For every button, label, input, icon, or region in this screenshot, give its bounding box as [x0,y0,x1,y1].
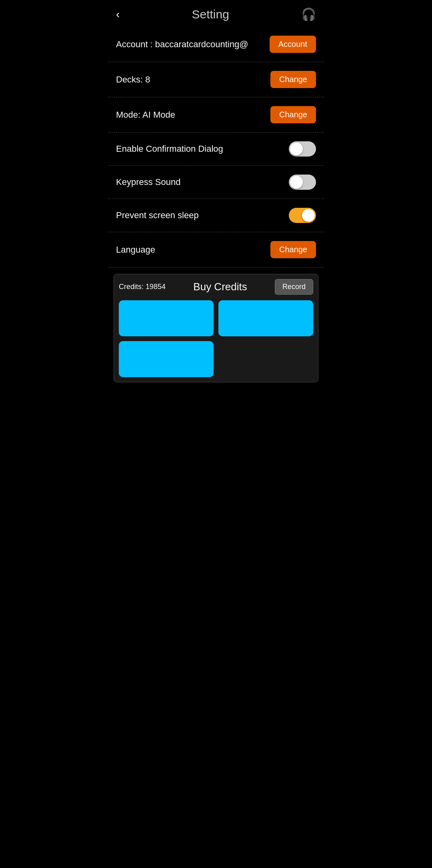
credits-header: Credits: 19854 Buy Credits Record [119,279,313,295]
confirmation-dialog-row: Enable Confirmation Dialog [108,133,324,166]
language-label: Language [116,245,270,255]
keypress-sound-toggle[interactable] [289,175,316,190]
confirmation-dialog-label: Enable Confirmation Dialog [116,144,289,154]
account-label: Account : baccaratcardcounting@ [116,39,270,50]
account-button[interactable]: Account [270,36,316,53]
buy-credits-title: Buy Credits [193,281,247,293]
decks-label: Decks: 8 [116,74,270,85]
language-row: Language Change [108,232,324,267]
account-row: Account : baccaratcardcounting@ Account [108,27,324,62]
credit-buy-button-3[interactable] [119,341,214,377]
prevent-screen-sleep-row: Prevent screen sleep [108,199,324,232]
record-button[interactable]: Record [275,279,313,295]
mode-row: Mode: AI Mode Change [108,97,324,133]
prevent-screen-sleep-toggle[interactable] [289,208,316,223]
mode-label: Mode: AI Mode [116,110,270,120]
prevent-screen-sleep-thumb [302,209,315,222]
keypress-sound-label: Keypress Sound [116,177,289,187]
keypress-sound-row: Keypress Sound [108,166,324,199]
credit-buy-button-1[interactable] [119,300,214,336]
credit-buy-button-2[interactable] [218,300,313,336]
decks-row: Decks: 8 Change [108,62,324,97]
keypress-sound-thumb [290,176,303,189]
headset-icon[interactable]: 🎧 [301,7,316,21]
prevent-screen-sleep-track [289,208,316,223]
page-title: Setting [192,8,229,21]
credit-buttons-grid [119,300,313,377]
decks-change-button[interactable]: Change [270,71,316,88]
prevent-screen-sleep-label: Prevent screen sleep [116,210,289,221]
language-change-button[interactable]: Change [270,241,316,258]
credits-count: Credits: 19854 [119,283,166,291]
confirmation-dialog-toggle[interactable] [289,141,316,157]
confirmation-dialog-thumb [290,143,303,155]
keypress-sound-track [289,175,316,190]
back-button[interactable]: ‹ [116,9,120,20]
header: ‹ Setting 🎧 [108,0,324,27]
credits-section: Credits: 19854 Buy Credits Record [114,274,318,382]
confirmation-dialog-track [289,141,316,157]
mode-change-button[interactable]: Change [270,106,316,123]
